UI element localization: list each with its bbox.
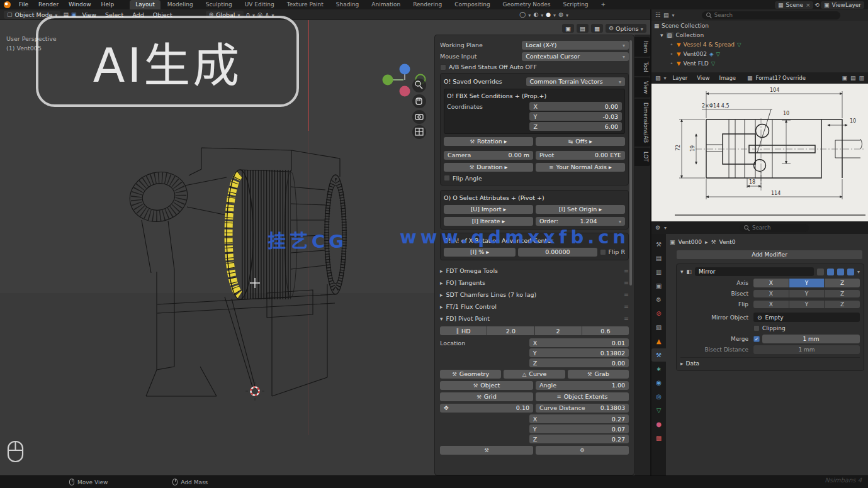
mode-dropdown[interactable]: ▢ Object Mode bbox=[4, 11, 60, 19]
sidebar-tab-item[interactable]: Item bbox=[634, 37, 650, 57]
outliner-search[interactable] bbox=[702, 11, 840, 19]
tab-object-icon[interactable]: ▲ bbox=[651, 335, 666, 348]
shading-wireframe-icon[interactable]: ◯ bbox=[519, 11, 526, 18]
tab-rendering[interactable]: Rendering bbox=[407, 0, 448, 9]
section-omega-tools[interactable]: FDT Omega Tools bbox=[440, 265, 629, 277]
menu-view[interactable]: View bbox=[694, 75, 713, 81]
drag-grip-icon[interactable] bbox=[624, 315, 629, 322]
properties-editor-icon[interactable]: ⚙ bbox=[655, 225, 660, 231]
properties-search-input[interactable] bbox=[752, 225, 804, 231]
blender-logo-icon[interactable] bbox=[4, 1, 11, 8]
snap-caret-icon[interactable] bbox=[252, 11, 255, 18]
menu-select[interactable]: Select bbox=[102, 11, 127, 18]
tab-shading[interactable]: Shading bbox=[330, 0, 365, 9]
location-y-field[interactable]: Y0.13802 bbox=[529, 348, 629, 357]
filter-icon[interactable]: ▤ bbox=[663, 12, 669, 18]
curve-button[interactable]: △Curve bbox=[504, 370, 565, 379]
editor-caret-icon[interactable] bbox=[664, 75, 667, 81]
tab-compositing[interactable]: Compositing bbox=[449, 0, 495, 9]
section-tangents[interactable]: FO] Tangents bbox=[440, 277, 629, 289]
merge-checkbox[interactable] bbox=[753, 336, 760, 342]
import-button[interactable]: [U] Import ▸ bbox=[444, 205, 533, 214]
segment-hd-button[interactable]: ‖HD bbox=[440, 326, 487, 335]
cage-toggle[interactable] bbox=[847, 269, 854, 275]
tab-geometry-nodes[interactable]: Geometry Nodes bbox=[497, 0, 556, 9]
bisect-distance-field[interactable]: 1 mm bbox=[753, 345, 860, 354]
axis-y-button[interactable]: Y bbox=[789, 279, 825, 287]
bisect-z-button[interactable]: Z bbox=[825, 290, 860, 297]
orientation-dropdown[interactable]: ⊕ Global bbox=[206, 11, 244, 19]
tab-physics-icon[interactable]: ◉ bbox=[651, 376, 666, 389]
falloff-icon[interactable]: ∧ bbox=[265, 11, 269, 18]
section-chamfers[interactable]: SDT Chamfers Lines (7 ko lag) bbox=[440, 289, 629, 301]
unlink-icon[interactable]: × bbox=[806, 2, 811, 8]
breadcrumb-object[interactable]: Vent000 bbox=[679, 239, 702, 245]
render-toggle[interactable] bbox=[837, 269, 844, 275]
segment-2-button[interactable]: 2 bbox=[535, 326, 582, 335]
tab-scripting[interactable]: Scripting bbox=[558, 0, 594, 9]
bisect-y-button[interactable]: Y bbox=[789, 290, 825, 297]
editor-type-icon[interactable]: ▤ bbox=[63, 11, 69, 18]
sidebar-tab-tool[interactable]: Tool bbox=[634, 58, 650, 76]
outliner-search-input[interactable] bbox=[714, 12, 836, 18]
menu-render[interactable]: Render bbox=[34, 0, 63, 9]
clipping-checkbox[interactable] bbox=[753, 325, 760, 331]
overrides-dropdown[interactable]: Common Terrain Vectors bbox=[526, 77, 625, 86]
tab-modeling[interactable]: Modeling bbox=[162, 0, 199, 9]
collapse-icon[interactable] bbox=[680, 269, 684, 275]
rotation-button[interactable]: ⚒Rotation ▸ bbox=[444, 137, 533, 146]
mode-toggle-icon[interactable]: ▣ bbox=[71, 11, 77, 18]
drag-grip-icon[interactable] bbox=[624, 303, 629, 310]
snap-status-checkbox[interactable] bbox=[440, 64, 446, 70]
visibility-dot[interactable]: • bbox=[669, 42, 674, 48]
menu-view[interactable]: View bbox=[79, 11, 99, 18]
normal-axis-button[interactable]: ≡Your Normal Axis ▸ bbox=[536, 163, 625, 172]
location-z-field[interactable]: Z0.00 bbox=[529, 358, 629, 367]
panel-scrollbar[interactable] bbox=[629, 40, 632, 286]
tab-add-workspace[interactable]: + bbox=[595, 0, 612, 9]
segment-20-button[interactable]: 2.0 bbox=[487, 326, 534, 335]
flip-r-checkbox[interactable] bbox=[600, 249, 606, 255]
shading-caret-icon[interactable] bbox=[541, 11, 543, 18]
camera-distance-field[interactable]: Camera0.00 m bbox=[444, 151, 533, 160]
sidebar-tab-view[interactable]: View bbox=[634, 77, 650, 97]
tab-layout[interactable]: Layout bbox=[130, 0, 161, 9]
filter-caret-icon[interactable] bbox=[672, 12, 675, 18]
percent-button[interactable]: [I] % ▸ bbox=[444, 248, 516, 257]
drag-grip-icon[interactable] bbox=[624, 279, 629, 286]
tab-output-icon[interactable]: ▥ bbox=[651, 265, 666, 279]
menu-add[interactable]: Add bbox=[129, 11, 147, 18]
snap-magnet-icon[interactable]: ∩ bbox=[246, 11, 251, 18]
outliner-editor-icon[interactable]: ☷ bbox=[655, 12, 660, 18]
visibility-dot[interactable]: • bbox=[669, 60, 674, 67]
new-scene-icon[interactable]: ⟲ bbox=[814, 2, 820, 8]
axis-z-button[interactable]: Z bbox=[825, 279, 860, 287]
merge-value-field[interactable]: 1 mm bbox=[762, 335, 860, 343]
outliner-object-row[interactable]: • ▼ Vent002 ◈ ▽ bbox=[651, 49, 868, 58]
cad-drawing-canvas[interactable]: 104 114 72 19 10 10 18 2×Φ14 4.5 bbox=[651, 84, 868, 221]
bisect-x-button[interactable]: X bbox=[753, 290, 789, 297]
add-modifier-button[interactable]: Add Modifier bbox=[676, 250, 863, 260]
edit-mode-toggle[interactable] bbox=[817, 269, 824, 275]
partial-button-left[interactable]: ⚒ bbox=[440, 446, 533, 455]
working-plane-dropdown[interactable]: Local (X-Y) bbox=[522, 41, 629, 50]
menu-file[interactable]: File bbox=[14, 0, 33, 9]
partial-button-right[interactable]: ⚙ bbox=[536, 446, 629, 455]
geometry-button[interactable]: ⚒Geometry bbox=[440, 370, 501, 379]
shading-solid-icon[interactable]: ◐ bbox=[533, 11, 538, 18]
menu-help[interactable]: Help bbox=[97, 0, 119, 9]
flip-z-button[interactable]: Z bbox=[825, 301, 860, 308]
tab-collection-icon[interactable]: ▧ bbox=[651, 321, 666, 334]
outliner-scene-collection-row[interactable]: ▦ Scene Collection bbox=[651, 21, 868, 30]
section-pivot-point[interactable]: FD] Pivot Point bbox=[440, 313, 629, 324]
shading-caret-icon[interactable] bbox=[566, 11, 568, 18]
axis-x-button[interactable]: X bbox=[753, 279, 789, 287]
sidebar-tab-dimensions[interactable]: Dimensions/AB bbox=[634, 99, 650, 147]
duration-button[interactable]: ⚒Duration ▸ bbox=[444, 163, 533, 172]
tab-material-icon[interactable]: ● bbox=[651, 418, 666, 431]
grid-button[interactable]: ⚒Grid bbox=[440, 392, 533, 401]
tab-sculpting[interactable]: Sculpting bbox=[200, 0, 238, 9]
tab-modifiers-icon[interactable]: ⚒ bbox=[651, 348, 666, 362]
drag-grip-icon[interactable] bbox=[624, 267, 629, 274]
mouse-input-dropdown[interactable]: Contextual Cursor bbox=[522, 52, 629, 61]
